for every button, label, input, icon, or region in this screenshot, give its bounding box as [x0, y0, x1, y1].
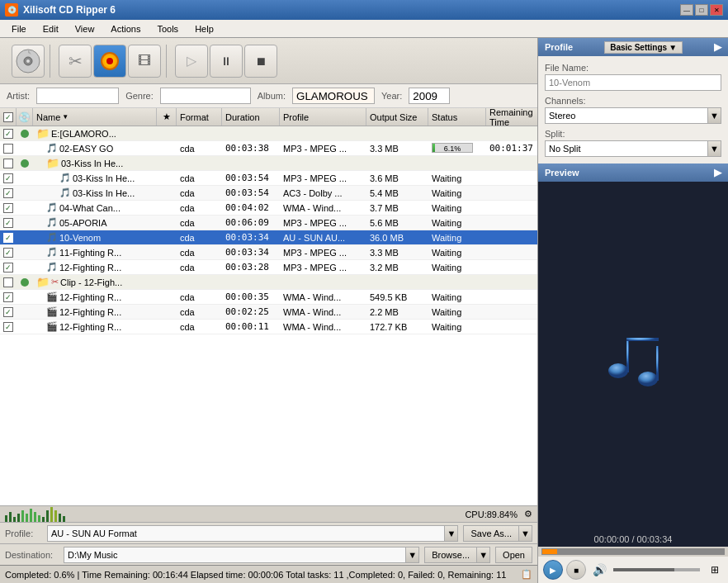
- channels-selector: Stereo ▼: [545, 107, 721, 124]
- artist-input[interactable]: [36, 88, 119, 104]
- folder-icon: 📁: [36, 276, 50, 288]
- check-all[interactable]: [3, 112, 13, 122]
- menu-file[interactable]: File: [3, 22, 35, 36]
- row-output: 3.3 MB: [366, 248, 428, 258]
- disc-button[interactable]: [12, 45, 45, 78]
- table-row[interactable]: 🎵 02-EASY GO cda 00:03:38 MP3 - MPEG ...…: [0, 141, 537, 156]
- profile-panel-title: Profile: [545, 42, 573, 52]
- status-bar: CPU:89.84% ⚙: [0, 505, 537, 522]
- expand-button[interactable]: ⊞: [707, 562, 723, 578]
- header-name[interactable]: Name ▼: [33, 108, 157, 126]
- album-input[interactable]: [292, 88, 375, 104]
- settings-icon[interactable]: ⚙: [524, 509, 532, 519]
- split-dropdown-arrow[interactable]: ▼: [708, 140, 721, 157]
- row-name: 🎬 12-Fighting R...: [33, 306, 157, 317]
- maximize-button[interactable]: □: [695, 4, 708, 16]
- log-icon[interactable]: 📋: [521, 569, 532, 580]
- header-format[interactable]: Format: [177, 108, 222, 126]
- table-row[interactable]: 🎬 12-Fighting R... cda 00:00:35 WMA - Wi…: [0, 290, 537, 305]
- channels-label: Channels:: [545, 96, 721, 106]
- table-row[interactable]: 📁 03-Kiss In He...: [0, 156, 537, 171]
- row-check[interactable]: [0, 203, 17, 213]
- row-check[interactable]: [0, 218, 17, 228]
- menu-actions[interactable]: Actions: [102, 22, 149, 36]
- dest-dropdown-arrow[interactable]: ▼: [406, 547, 419, 563]
- channels-dropdown-arrow[interactable]: ▼: [708, 107, 721, 124]
- table-row[interactable]: 🎵 11-Fighting R... cda 00:03:34 MP3 - MP…: [0, 245, 537, 260]
- table-row[interactable]: 🎵 10-Venom cda 00:03:34 AU - SUN AU... 3…: [0, 230, 537, 245]
- profile-dropdown[interactable]: AU - SUN AU Format: [47, 525, 445, 542]
- row-format: cda: [177, 203, 222, 213]
- preview-expand-icon[interactable]: ▶: [714, 167, 721, 178]
- table-row[interactable]: 🎵 03-Kiss In He... cda 00:03:54 MP3 - MP…: [0, 171, 537, 186]
- profile-dropdown-arrow[interactable]: ▼: [445, 525, 458, 542]
- browse-button[interactable]: Browse...: [424, 547, 477, 563]
- row-check[interactable]: [0, 277, 17, 287]
- row-check[interactable]: [0, 188, 17, 198]
- stop-button[interactable]: ■: [566, 560, 586, 580]
- play-button[interactable]: ▶: [543, 560, 563, 580]
- expand-panel-icon[interactable]: ▶: [714, 41, 721, 53]
- browse-dropdown-arrow[interactable]: ▼: [477, 547, 490, 563]
- pause-button[interactable]: ⏸: [210, 45, 243, 78]
- menu-bar: File Edit View Actions Tools Help: [0, 20, 728, 38]
- header-output[interactable]: Output Size: [366, 108, 428, 126]
- header-duration[interactable]: Duration: [222, 108, 280, 126]
- file-list-container[interactable]: 💿 Name ▼ ★ Format Duration Profile Outpu…: [0, 108, 537, 505]
- row-check[interactable]: [0, 233, 17, 243]
- minimize-button[interactable]: —: [680, 4, 693, 16]
- album-label: Album:: [258, 91, 286, 101]
- row-output: 3.3 MB: [366, 144, 428, 154]
- menu-view[interactable]: View: [67, 22, 103, 36]
- menu-help[interactable]: Help: [187, 22, 222, 36]
- header-status[interactable]: Status: [428, 108, 486, 126]
- table-row[interactable]: 🎵 12-Fighting R... cda 00:03:28 MP3 - MP…: [0, 260, 537, 275]
- year-input[interactable]: [409, 88, 450, 104]
- table-row[interactable]: 🎵 03-Kiss In He... cda 00:03:54 AC3 - Do…: [0, 186, 537, 201]
- disc-small-icon: 💿: [18, 111, 31, 123]
- table-row[interactable]: 🎵 05-APORIA cda 00:06:09 MP3 - MPEG ... …: [0, 216, 537, 230]
- open-button[interactable]: Open: [495, 547, 532, 563]
- destination-bar: Destination: D:\My Music ▼ Browse... ▼ O…: [0, 543, 537, 565]
- filename-input[interactable]: [545, 74, 721, 91]
- stop-button[interactable]: ⏹: [244, 45, 277, 78]
- header-star: ★: [157, 108, 177, 126]
- row-profile: WMA - Wind...: [280, 307, 366, 317]
- row-check[interactable]: [0, 144, 17, 154]
- header-profile[interactable]: Profile: [280, 108, 366, 126]
- close-button[interactable]: ✕: [710, 4, 723, 16]
- row-check[interactable]: [0, 292, 17, 302]
- preview-time: 00:00:00 / 00:03:34: [538, 532, 728, 547]
- destination-path[interactable]: D:\My Music: [64, 547, 406, 563]
- table-row[interactable]: 🎬 12-Fighting R... cda 00:02:25 WMA - Wi…: [0, 305, 537, 320]
- music-note-icon: [600, 323, 666, 391]
- row-check[interactable]: [0, 159, 17, 168]
- save-as-button[interactable]: Save As...: [463, 525, 519, 542]
- row-name: 🎬 12-Fighting R...: [33, 292, 157, 302]
- film-button[interactable]: 🎞: [128, 45, 161, 78]
- basic-settings-button[interactable]: Basic Settings ▼: [604, 41, 683, 54]
- row-check[interactable]: [0, 248, 17, 258]
- table-row[interactable]: 📁 E:[GLAMORO...: [0, 126, 537, 141]
- table-row[interactable]: 📁 ✂ Clip - 12-Figh...: [0, 275, 537, 290]
- genre-input[interactable]: [160, 88, 251, 104]
- table-row[interactable]: 🎬 12-Fighting R... cda 00:00:11 WMA - Wi…: [0, 320, 537, 334]
- table-row[interactable]: 🎵 04-What Can... cda 00:04:02 WMA - Wind…: [0, 201, 537, 216]
- header-check[interactable]: [0, 108, 17, 126]
- convert-button[interactable]: ▷: [175, 45, 208, 78]
- row-check[interactable]: [0, 263, 17, 273]
- playback-progress-bar[interactable]: [541, 548, 725, 555]
- row-check[interactable]: [0, 307, 17, 317]
- menu-tools[interactable]: Tools: [149, 22, 187, 36]
- playback-progress[interactable]: [538, 547, 728, 557]
- volume-slider[interactable]: [613, 568, 700, 571]
- row-check[interactable]: [0, 173, 17, 183]
- row-check[interactable]: [0, 322, 17, 332]
- menu-edit[interactable]: Edit: [35, 22, 67, 36]
- cut-button[interactable]: ✂: [59, 45, 92, 78]
- row-check[interactable]: [0, 129, 17, 139]
- record-button[interactable]: [93, 45, 126, 78]
- folder-icon: 📁: [36, 127, 50, 140]
- saveas-dropdown-arrow[interactable]: ▼: [519, 525, 532, 542]
- header-remaining[interactable]: Remaining Time: [486, 108, 537, 126]
